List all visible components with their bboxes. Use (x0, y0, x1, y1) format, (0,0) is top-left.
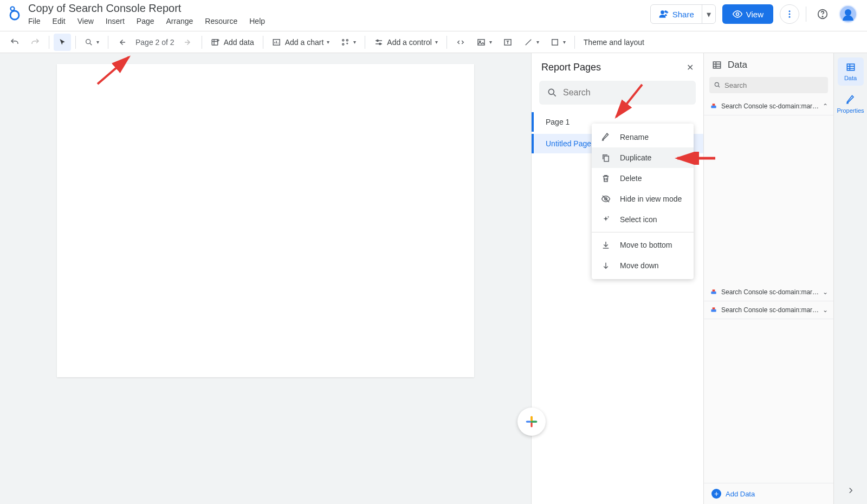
pages-panel-title: Report Pages (541, 62, 601, 73)
page-context-menu: Rename Duplicate Delete Hide in view mod… (592, 124, 694, 279)
eye-off-icon (600, 194, 611, 204)
right-sidebar-tabs: Data Properties (833, 53, 867, 504)
svg-point-12 (342, 39, 344, 41)
redo-button[interactable] (26, 34, 44, 51)
data-panel: Data Search Console sc-domain:markete...… (703, 53, 833, 504)
select-tool[interactable] (54, 34, 71, 51)
prev-page-button[interactable] (113, 34, 131, 51)
menu-edit[interactable]: Edit (53, 17, 66, 25)
svg-rect-26 (711, 292, 716, 294)
duplicate-icon (600, 153, 611, 163)
data-search[interactable] (709, 77, 828, 93)
close-pages-panel-icon[interactable]: ✕ (687, 62, 694, 73)
menu-view[interactable]: View (77, 17, 94, 25)
help-button[interactable] (813, 4, 832, 24)
data-search-input[interactable] (724, 81, 824, 89)
data-source-1[interactable]: Search Console sc-domain:markete... ⌃ (704, 98, 833, 115)
image-button[interactable]: ▾ (472, 34, 496, 51)
menu-resource[interactable]: Resource (205, 17, 237, 25)
plus-icon: + (711, 489, 721, 499)
menu-insert[interactable]: Insert (106, 17, 125, 25)
menu-bar: File Edit View Insert Page Arrange Resou… (28, 17, 650, 25)
svg-rect-17 (478, 39, 484, 45)
page-indicator[interactable]: Page 2 of 2 (135, 38, 174, 47)
pages-search-input[interactable] (563, 88, 688, 98)
share-dropdown-icon[interactable]: ▾ (702, 5, 715, 23)
next-page-button[interactable] (179, 34, 197, 51)
svg-point-15 (377, 40, 379, 41)
svg-point-6 (789, 16, 791, 18)
add-page-fab[interactable] (517, 408, 546, 436)
community-viz-button[interactable]: ▾ (336, 34, 360, 51)
svg-point-21 (548, 89, 554, 94)
document-title[interactable]: Copy of Search Console Report (28, 2, 650, 15)
svg-rect-29 (713, 307, 715, 309)
canvas-area (0, 53, 531, 504)
ctx-rename[interactable]: Rename (592, 127, 694, 147)
svg-point-23 (715, 82, 719, 86)
search-console-icon (709, 102, 718, 111)
line-button[interactable]: ▾ (519, 34, 544, 51)
expand-icon[interactable]: ⌄ (823, 306, 828, 314)
tab-data[interactable]: Data (838, 57, 864, 86)
ctx-move-down[interactable]: Move down (592, 255, 694, 276)
svg-point-3 (736, 13, 739, 16)
add-data-button[interactable]: + Add Data (704, 483, 833, 504)
add-control-button[interactable]: Add a control▾ (370, 34, 442, 51)
embed-button[interactable] (451, 34, 470, 51)
looker-logo-icon (7, 5, 22, 21)
text-button[interactable] (499, 34, 517, 51)
search-icon (714, 81, 721, 89)
menu-page[interactable]: Page (137, 17, 154, 25)
undo-button[interactable] (5, 34, 24, 51)
expand-panel-icon[interactable] (846, 486, 856, 495)
svg-rect-24 (711, 106, 716, 108)
svg-point-13 (347, 39, 348, 41)
ctx-select-icon[interactable]: Select icon (592, 209, 694, 230)
add-data-button[interactable]: Add data (206, 34, 258, 51)
svg-rect-20 (552, 39, 558, 45)
ctx-duplicate[interactable]: Duplicate (592, 147, 694, 168)
data-source-3[interactable]: Search Console sc-domain:markete... ⌄ (704, 301, 833, 319)
ctx-hide[interactable]: Hide in view mode (592, 189, 694, 209)
move-bottom-icon (600, 240, 611, 250)
svg-rect-30 (847, 64, 854, 70)
svg-point-4 (789, 10, 791, 12)
menu-arrange[interactable]: Arrange (166, 17, 193, 25)
share-button[interactable]: Share ▾ (650, 4, 716, 24)
menu-file[interactable]: File (28, 17, 41, 25)
zoom-button[interactable]: ▾ (80, 34, 103, 51)
data-panel-icon (711, 60, 722, 70)
ctx-delete[interactable]: Delete (592, 168, 694, 189)
collapse-icon[interactable]: ⌃ (823, 102, 828, 110)
svg-point-14 (342, 43, 344, 45)
svg-rect-10 (212, 39, 218, 45)
move-down-icon (600, 261, 611, 270)
divider (592, 232, 694, 232)
more-options-button[interactable] (780, 4, 799, 24)
report-canvas[interactable] (57, 64, 474, 377)
divider (806, 7, 806, 22)
tab-properties[interactable]: Properties (838, 90, 864, 118)
shape-button[interactable]: ▾ (546, 34, 570, 51)
svg-rect-31 (604, 156, 609, 161)
ctx-move-bottom[interactable]: Move to bottom (592, 235, 694, 255)
pencil-icon (600, 132, 611, 142)
svg-rect-27 (713, 289, 715, 292)
svg-point-0 (11, 7, 15, 11)
data-panel-title: Data (728, 60, 747, 70)
svg-rect-22 (713, 62, 720, 68)
data-source-2[interactable]: Search Console sc-domain:markete... ⌄ (704, 283, 833, 301)
expand-icon[interactable]: ⌄ (823, 288, 828, 296)
trash-icon (600, 173, 611, 183)
sparkle-icon (600, 215, 611, 224)
toolbar: ▾ Page 2 of 2 Add data Add a chart▾ ▾ Ad… (0, 31, 867, 53)
menu-help[interactable]: Help (249, 17, 265, 25)
add-chart-button[interactable]: Add a chart▾ (268, 34, 334, 51)
app-header: Copy of Search Console Report File Edit … (0, 0, 867, 31)
pages-search[interactable] (539, 81, 696, 105)
theme-layout-button[interactable]: Theme and layout (579, 34, 649, 51)
svg-point-1 (10, 11, 19, 20)
view-button[interactable]: View (722, 4, 773, 24)
user-avatar[interactable] (839, 5, 857, 23)
